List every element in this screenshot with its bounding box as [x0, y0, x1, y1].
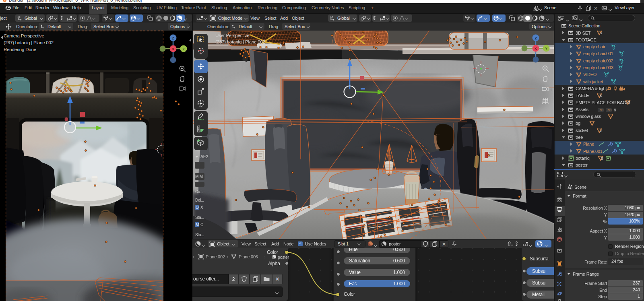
svg-text:Z: Z [172, 36, 174, 40]
svg-text:C: C [200, 223, 203, 227]
svg-text:Z: Z [535, 36, 537, 40]
svg-text:O: O [196, 205, 199, 210]
svg-text:AE2: AE2 [200, 154, 208, 159]
svg-text:M M: M M [195, 174, 203, 179]
svg-text:User Perspective: User Perspective [215, 33, 249, 38]
svg-text:X: X [172, 47, 174, 51]
svg-text:X: X [200, 205, 203, 210]
svg-text:Y: Y [182, 47, 185, 51]
svg-text:Del...: Del... [195, 198, 204, 202]
svg-text:Camera Perspective: Camera Perspective [4, 33, 44, 38]
svg-text:Ca...: Ca... [195, 190, 203, 194]
svg-text:M: M [196, 223, 199, 227]
svg-text:(237) botaniq | Plane.002: (237) botaniq | Plane.002 [215, 39, 265, 44]
svg-text:Y: Y [545, 47, 547, 51]
svg-text:(237) botaniq | Plane.002: (237) botaniq | Plane.002 [4, 40, 54, 45]
svg-text:X: X [535, 47, 537, 51]
svg-text:Rendering Done: Rendering Done [4, 47, 36, 52]
svg-text:Sta...: Sta... [195, 233, 204, 237]
svg-text:Sta...: Sta... [195, 215, 204, 220]
